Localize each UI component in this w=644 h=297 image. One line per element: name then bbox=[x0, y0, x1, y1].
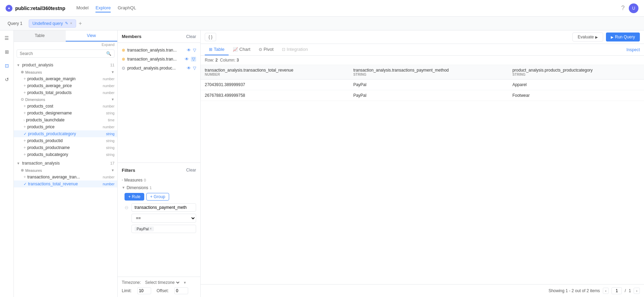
tree-item-designer[interactable]: + products_designername string bbox=[14, 110, 117, 117]
tree-item-total-products[interactable]: + products_total_products number bbox=[14, 89, 117, 96]
eye-icon-1[interactable]: 👁 bbox=[185, 57, 189, 62]
tree-item-price[interactable]: + products_price number bbox=[14, 123, 117, 130]
tree-item-avg-price[interactable]: + products_average_price number bbox=[14, 82, 117, 89]
member-item-1: ⊗ transaction_analysis.tran... 👁 ▽ bbox=[118, 55, 200, 64]
filters-header: Filters Clear bbox=[118, 164, 200, 176]
avatar[interactable]: U bbox=[629, 3, 638, 13]
item-productname-name: products_productname bbox=[27, 145, 70, 150]
subsection-dimensions-header[interactable]: ⊙ Dimensions ▼ bbox=[14, 96, 117, 103]
main-layout: ☰ ⊞ ⊡ ↺ Table View Expand 🔍 ▼ product_an… bbox=[0, 30, 644, 297]
menu-icon[interactable]: ☰ bbox=[2, 33, 12, 43]
plus-icon-c: + bbox=[24, 104, 26, 109]
subsection-dimensions-label: Dimensions bbox=[25, 98, 45, 102]
item-productcategory-type: string bbox=[106, 132, 114, 136]
col-header-category[interactable]: product_analysis.products_productcategor… bbox=[508, 65, 644, 80]
tab-close-icon[interactable]: × bbox=[70, 21, 72, 25]
tab-chart[interactable]: 📈 Chart bbox=[229, 44, 255, 55]
tree-item-avg-tran[interactable]: + transactions_average_tran... number bbox=[14, 174, 117, 180]
timezone-select[interactable]: Select timezone bbox=[144, 280, 181, 285]
item-productid-type: string bbox=[106, 139, 114, 143]
tree-item-cost[interactable]: + products_cost number bbox=[14, 103, 117, 110]
members-list: ⊗ transaction_analysis.tran... 👁 ▽ ⊗ tra… bbox=[118, 43, 200, 161]
run-label: Run Query bbox=[615, 35, 635, 39]
nav-model[interactable]: Model bbox=[76, 4, 89, 12]
subsection-measures-transaction-header[interactable]: ⊗ Measures ▼ bbox=[14, 167, 117, 174]
filter-dimensions-header[interactable]: ▼ Dimensions 1 bbox=[122, 185, 196, 190]
filter-icon-1[interactable]: ▽ bbox=[191, 57, 196, 62]
filters-clear-btn[interactable]: Clear bbox=[186, 168, 196, 173]
filter-tag-remove[interactable]: × bbox=[150, 227, 152, 231]
next-page-btn[interactable]: › bbox=[634, 288, 640, 294]
subsection-measures-product-header[interactable]: ⊗ Measures ▼ bbox=[14, 69, 117, 75]
item-avg-price-type: number bbox=[103, 84, 114, 88]
tree-item-productcategory[interactable]: ✓ products_productcategory string bbox=[14, 130, 117, 137]
nav-graphql[interactable]: GraphQL bbox=[118, 4, 136, 12]
tree-item-avg-margin[interactable]: + products_average_margin number bbox=[14, 75, 117, 82]
limit-input[interactable] bbox=[137, 287, 151, 294]
inspect-link[interactable]: Inspect bbox=[626, 45, 640, 55]
item-launchdate-type: time bbox=[108, 118, 114, 122]
tree-item-productname[interactable]: + products_productname string bbox=[14, 144, 117, 151]
section-transaction-analysis-header[interactable]: ▼ transaction_analysis 17 bbox=[14, 159, 117, 167]
filter-value-area: PayPal × bbox=[131, 225, 196, 233]
showing-label: Showing 1 - 2 out of 2 items bbox=[549, 288, 600, 293]
nav-explore[interactable]: Explore bbox=[95, 4, 111, 12]
offset-input[interactable] bbox=[174, 287, 188, 294]
tree-item-subcategory[interactable]: + products_subcategory string bbox=[14, 151, 117, 158]
plus-icon-p: + bbox=[24, 124, 26, 129]
section-product-analysis-count: 11 bbox=[110, 63, 114, 67]
run-query-button[interactable]: ▶ Run Query bbox=[606, 33, 640, 41]
filter-icon-2[interactable]: ▽ bbox=[193, 66, 196, 71]
page-input[interactable] bbox=[611, 287, 622, 294]
filter-icon-0[interactable]: ▽ bbox=[193, 48, 196, 53]
filter-tag-paypal: PayPal × bbox=[135, 226, 154, 231]
total-pages: 1 bbox=[629, 288, 631, 293]
search-input[interactable] bbox=[20, 51, 105, 56]
section-transaction-title: transaction_analysis bbox=[22, 161, 60, 166]
filter-measures-count: 0 bbox=[144, 178, 146, 182]
group-button[interactable]: + Group bbox=[146, 193, 169, 201]
tree-item-launchdate[interactable]: › products_launchdate time bbox=[14, 117, 117, 123]
plus-icon-at: + bbox=[24, 175, 26, 179]
rule-button[interactable]: + Rule bbox=[125, 193, 144, 201]
item-total-revenue-type: number bbox=[103, 182, 114, 186]
filter-operator-select[interactable]: == bbox=[131, 214, 196, 223]
code-button[interactable]: { } bbox=[205, 33, 216, 41]
members-clear-btn[interactable]: Clear bbox=[186, 34, 196, 39]
col-header-payment[interactable]: transaction_analysis.transactions_paymen… bbox=[349, 65, 508, 80]
filter-row: ⊖ == PayPal × bbox=[125, 203, 196, 233]
member-name-1: transaction_analysis.tran... bbox=[127, 57, 177, 62]
table-icon[interactable]: ⊞ bbox=[2, 47, 12, 57]
eye-icon-2[interactable]: 👁 bbox=[187, 66, 191, 71]
tab-pivot[interactable]: ⊙ Pivot bbox=[255, 44, 278, 55]
filter-dimensions-section: ▼ Dimensions 1 + Rule + Group ⊖ == bbox=[118, 184, 200, 234]
eye-icon-0[interactable]: 👁 bbox=[187, 48, 191, 53]
filter-measures-header[interactable]: › Measures 0 bbox=[118, 176, 200, 184]
panel-left-tabs: Table View bbox=[14, 30, 117, 42]
prev-page-btn[interactable]: ‹ bbox=[603, 288, 609, 294]
item-productname-type: string bbox=[106, 146, 114, 150]
tab-view[interactable]: View bbox=[66, 30, 118, 41]
cell-payment-1: PayPal bbox=[349, 90, 508, 101]
integration-tab-label: Integration bbox=[287, 47, 308, 52]
cell-category-1: Footwear bbox=[508, 90, 644, 101]
query-icon[interactable]: ⊡ bbox=[2, 61, 12, 71]
section-product-analysis-header[interactable]: ▼ product_analysis 11 bbox=[14, 61, 117, 69]
history-icon[interactable]: ↺ bbox=[2, 75, 12, 84]
tab-table[interactable]: Table bbox=[14, 30, 66, 41]
evaluate-button[interactable]: Evaluate ▶ bbox=[572, 33, 603, 41]
tree-item-productid[interactable]: + products_productid string bbox=[14, 137, 117, 144]
tree-item-total-revenue[interactable]: ✓ transactions_total_revenue number bbox=[14, 180, 117, 187]
active-query-tab[interactable]: Undefined query ✎ × bbox=[29, 19, 76, 28]
tab-integration[interactable]: ⊡ Integration bbox=[278, 44, 312, 55]
filter-field-input[interactable] bbox=[131, 203, 196, 212]
subsection-measures-product: ⊗ Measures ▼ + products_average_margin n… bbox=[14, 69, 117, 96]
evaluate-label: Evaluate bbox=[578, 35, 594, 39]
help-icon[interactable]: ? bbox=[621, 4, 625, 12]
tab-table[interactable]: ⊞ Table bbox=[205, 44, 229, 55]
col-header-revenue[interactable]: transaction_analysis.transactions_total_… bbox=[201, 65, 349, 80]
query-tab-1[interactable]: Query 1 bbox=[4, 20, 26, 27]
remove-filter-icon[interactable]: ⊖ bbox=[125, 205, 129, 210]
add-tab-button[interactable]: + bbox=[79, 20, 82, 27]
app-title: public:retail360testnp bbox=[15, 6, 65, 11]
